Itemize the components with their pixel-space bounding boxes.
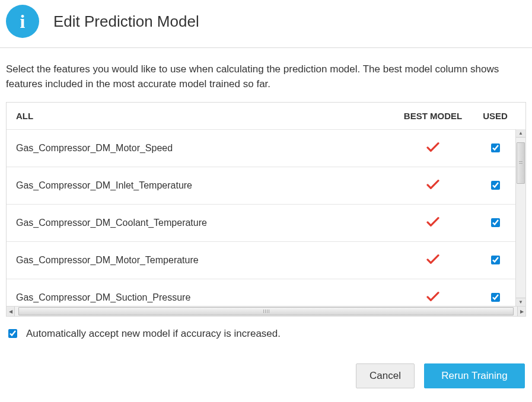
checkmark-icon	[426, 142, 439, 155]
table-header-row: ALL BEST MODEL USED	[7, 103, 525, 129]
feature-name: Gas_Compressor_DM_Inlet_Temperature	[16, 180, 391, 191]
horizontal-scroll-track[interactable]	[15, 307, 517, 316]
scroll-right-arrow-icon[interactable]: ▶	[517, 307, 525, 316]
checkmark-icon	[426, 254, 439, 267]
column-header-best: BEST MODEL	[391, 111, 474, 121]
edit-prediction-model-dialog: i Edit Prediction Model Select the featu…	[0, 0, 532, 388]
best-model-cell	[391, 179, 474, 192]
used-checkbox[interactable]	[491, 181, 500, 190]
dialog-title: Edit Prediction Model	[53, 12, 199, 31]
used-cell	[474, 179, 516, 192]
table-row: Gas_Compressor_DM_Motor_Speed	[7, 129, 525, 167]
cancel-button[interactable]: Cancel	[356, 363, 415, 388]
features-table: ALL BEST MODEL USED Gas_Compressor_DM_Mo…	[6, 102, 526, 317]
column-header-used: USED	[474, 111, 516, 121]
used-cell	[474, 142, 516, 155]
best-model-cell	[391, 291, 474, 304]
best-model-cell	[391, 254, 474, 267]
info-icon-glyph: i	[20, 12, 26, 31]
horizontal-scrollbar[interactable]: ◀ ▶	[7, 306, 525, 316]
auto-accept-label: Automatically accept new model if accura…	[26, 328, 281, 340]
used-checkbox[interactable]	[491, 143, 500, 152]
auto-accept-checkbox[interactable]	[8, 329, 17, 338]
used-cell	[474, 254, 516, 267]
dialog-footer: Cancel Rerun Training	[0, 340, 532, 388]
auto-accept-row[interactable]: Automatically accept new model if accura…	[0, 317, 532, 340]
scroll-up-arrow-icon[interactable]: ▲	[516, 129, 525, 138]
table-row: Gas_Compressor_DM_Motor_Temperature	[7, 241, 525, 279]
used-cell	[474, 216, 516, 229]
dialog-description: Select the features you would like to us…	[0, 48, 532, 102]
table-row: Gas_Compressor_DM_Inlet_Temperature	[7, 167, 525, 204]
table-row: Gas_Compressor_DM_Coolant_Temperature	[7, 204, 525, 241]
best-model-cell	[391, 216, 474, 229]
column-header-all: ALL	[16, 111, 391, 121]
vertical-scroll-thumb[interactable]	[517, 142, 525, 184]
checkmark-icon	[426, 179, 439, 192]
feature-name: Gas_Compressor_DM_Coolant_Temperature	[16, 218, 391, 228]
checkmark-icon	[426, 291, 439, 304]
table-body: Gas_Compressor_DM_Motor_SpeedGas_Compres…	[7, 129, 525, 306]
used-checkbox[interactable]	[491, 293, 500, 302]
info-icon: i	[6, 5, 39, 38]
table-row: Gas_Compressor_DM_Suction_Pressure	[7, 279, 525, 306]
scroll-down-arrow-icon[interactable]: ▼	[516, 298, 525, 306]
horizontal-scroll-thumb[interactable]	[18, 307, 514, 315]
vertical-scroll-track[interactable]	[516, 138, 525, 298]
feature-name: Gas_Compressor_DM_Motor_Speed	[16, 143, 391, 154]
used-cell	[474, 291, 516, 304]
best-model-cell	[391, 142, 474, 155]
vertical-scrollbar[interactable]: ▲ ▼	[515, 129, 525, 306]
dialog-header: i Edit Prediction Model	[0, 0, 532, 48]
scroll-left-arrow-icon[interactable]: ◀	[7, 307, 15, 316]
feature-name: Gas_Compressor_DM_Motor_Temperature	[16, 255, 391, 266]
feature-name: Gas_Compressor_DM_Suction_Pressure	[16, 292, 391, 303]
used-checkbox[interactable]	[491, 256, 500, 264]
checkmark-icon	[426, 216, 439, 229]
used-checkbox[interactable]	[491, 218, 500, 227]
rerun-training-button[interactable]: Rerun Training	[424, 363, 525, 388]
